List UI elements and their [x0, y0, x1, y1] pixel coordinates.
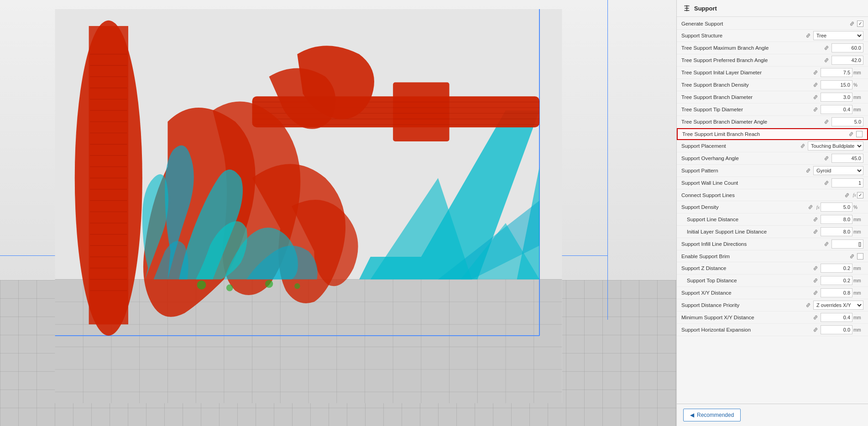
textbox-control[interactable]	[831, 239, 863, 249]
link-icon[interactable]	[812, 314, 819, 321]
input-support-top-distance[interactable]	[821, 276, 852, 285]
setting-row-support-structure: Support Structure NormalTree	[677, 30, 868, 42]
setting-row-tree-support-max-branch-angle: Tree Support Maximum Branch Angle	[677, 42, 868, 54]
link-icon[interactable]	[823, 57, 830, 63]
number-control[interactable]	[831, 117, 863, 126]
checkbox-tree-support-limit-branch-reach[interactable]	[856, 131, 863, 137]
unit-minimum-support-xy-distance: mm	[853, 315, 863, 320]
checkbox-control[interactable]	[857, 253, 863, 260]
input-support-density[interactable]	[821, 203, 852, 212]
svg-point-63	[197, 281, 206, 290]
checkbox-enable-support-brim[interactable]	[857, 253, 863, 260]
input-support-horizontal-expansion[interactable]	[821, 325, 852, 334]
link-icon[interactable]	[844, 192, 850, 198]
link-icon[interactable]	[823, 45, 830, 51]
number-control[interactable]: mm	[821, 105, 863, 114]
input-support-line-distance[interactable]	[821, 215, 852, 224]
svg-point-64	[226, 285, 233, 291]
sidebar-title: Support	[694, 5, 717, 12]
label-support-horizontal-expansion: Support Horizontal Expansion	[681, 327, 810, 332]
setting-row-enable-support-brim: Enable Support Brim	[677, 250, 868, 262]
label-support-wall-line-count: Support Wall Line Count	[681, 180, 821, 186]
label-generate-support: Generate Support	[681, 21, 847, 26]
unit-support-z-distance: mm	[853, 266, 863, 271]
setting-row-support-z-distance: Support Z Distance mm	[677, 262, 868, 275]
link-icon[interactable]	[805, 302, 811, 308]
label-tree-support-branch-density: Tree Support Branch Density	[681, 82, 810, 88]
number-control[interactable]: mm	[821, 276, 863, 285]
link-icon[interactable]	[823, 155, 830, 161]
select-control[interactable]: Z overrides X/YX/Y overrides Z	[813, 301, 863, 310]
number-control[interactable]: mm	[821, 325, 863, 334]
number-control[interactable]	[831, 178, 863, 187]
settings-list[interactable]: Generate Support Support Structure Norma…	[677, 17, 868, 404]
link-icon[interactable]	[805, 167, 811, 174]
svg-rect-57	[393, 82, 449, 141]
number-control[interactable]: mm	[821, 215, 863, 224]
link-icon[interactable]	[849, 21, 855, 27]
checkbox-connect-support-lines[interactable]	[857, 192, 863, 198]
number-control[interactable]: mm	[821, 68, 863, 77]
input-tree-support-branch-diameter-angle[interactable]	[831, 117, 863, 126]
checkbox-control[interactable]	[857, 21, 863, 27]
link-icon[interactable]	[812, 277, 819, 284]
link-icon[interactable]	[812, 290, 819, 296]
checkbox-control[interactable]	[857, 192, 863, 198]
link-icon[interactable]	[812, 327, 819, 333]
setting-row-support-line-distance: Support Line Distance mm	[677, 213, 868, 226]
number-control[interactable]: mm	[821, 313, 863, 322]
input-tree-support-max-branch-angle[interactable]	[831, 43, 863, 52]
input-tree-support-tip-diameter[interactable]	[821, 105, 852, 114]
link-icon[interactable]	[823, 241, 830, 247]
number-control[interactable]	[831, 154, 863, 163]
input-support-overhang-angle[interactable]	[831, 154, 863, 163]
select-control[interactable]: NormalTree	[813, 31, 863, 40]
checkbox-control[interactable]	[856, 131, 863, 137]
input-initial-layer-support-line-distance[interactable]	[821, 227, 852, 236]
input-support-z-distance[interactable]	[821, 264, 852, 273]
number-control[interactable]	[831, 43, 863, 52]
number-control[interactable]: mm	[821, 288, 863, 297]
input-tree-support-preferred-branch-angle[interactable]	[831, 56, 863, 65]
input-minimum-support-xy-distance[interactable]	[821, 313, 852, 322]
recommended-button[interactable]: ◀ Recommended	[683, 409, 741, 421]
link-icon[interactable]	[823, 180, 830, 186]
select-support-pattern[interactable]: GridLinesTrianglesConcentricZigzagCrossG…	[813, 166, 863, 175]
setting-row-support-top-distance: Support Top Distance mm	[677, 275, 868, 287]
number-control[interactable]: %	[821, 80, 863, 89]
select-support-distance-priority[interactable]: Z overrides X/YX/Y overrides Z	[813, 301, 863, 310]
input-support-wall-line-count[interactable]	[831, 178, 863, 187]
number-fx-control[interactable]: %	[821, 203, 863, 212]
number-control[interactable]: mm	[821, 264, 863, 273]
select-support-placement[interactable]: EverywhereTouching Buildplate	[808, 141, 863, 151]
number-control[interactable]: mm	[821, 227, 863, 236]
link-icon[interactable]	[807, 204, 814, 210]
setting-row-support-placement: Support Placement EverywhereTouching Bui…	[677, 140, 868, 152]
label-tree-support-max-branch-angle: Tree Support Maximum Branch Angle	[681, 45, 821, 51]
link-icon[interactable]	[805, 32, 811, 39]
link-icon[interactable]	[812, 82, 819, 88]
number-control[interactable]: mm	[821, 93, 863, 102]
checkbox-generate-support[interactable]	[857, 21, 863, 27]
input-tree-support-branch-diameter[interactable]	[821, 93, 852, 102]
link-icon[interactable]	[812, 265, 819, 271]
sidebar-footer: ◀ Recommended	[677, 404, 868, 426]
select-support-structure[interactable]: NormalTree	[813, 31, 863, 40]
select-control[interactable]: GridLinesTrianglesConcentricZigzagCrossG…	[813, 166, 863, 175]
link-icon[interactable]	[812, 229, 819, 235]
link-icon[interactable]	[812, 216, 819, 223]
input-tree-support-branch-density[interactable]	[821, 80, 852, 89]
link-icon[interactable]	[812, 106, 819, 113]
label-support-z-distance: Support Z Distance	[681, 265, 810, 271]
number-control[interactable]	[831, 56, 863, 65]
link-icon[interactable]	[800, 143, 806, 149]
input-support-infill-line-directions[interactable]	[831, 239, 863, 249]
link-icon[interactable]	[848, 131, 854, 137]
link-icon[interactable]	[812, 94, 819, 100]
select-control[interactable]: EverywhereTouching Buildplate	[808, 141, 863, 151]
link-icon[interactable]	[823, 119, 830, 125]
link-icon[interactable]	[849, 253, 855, 260]
link-icon[interactable]	[812, 69, 819, 76]
input-support-xy-distance[interactable]	[821, 288, 852, 297]
input-tree-support-initial-layer-diameter[interactable]	[821, 68, 852, 77]
